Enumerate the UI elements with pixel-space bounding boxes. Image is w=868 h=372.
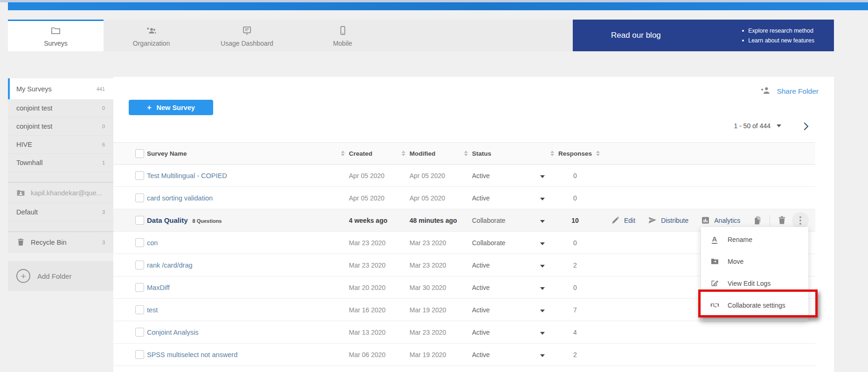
- row-checkbox[interactable]: [135, 261, 144, 269]
- sidebar-item-my-surveys[interactable]: My Surveys 441: [8, 78, 113, 99]
- survey-name-link[interactable]: SPSS multiselect not answerd: [147, 351, 237, 358]
- sort-icon[interactable]: [402, 151, 405, 156]
- content-card: My Surveys 441 conjoint test 0 conjoint …: [8, 77, 834, 372]
- edit-logs-icon: [709, 279, 720, 288]
- shared-folder-icon: [16, 188, 25, 197]
- status-dropdown-caret[interactable]: [540, 242, 545, 245]
- row-checkbox[interactable]: [135, 216, 144, 225]
- modified-cell: Mar 30 2020: [410, 284, 472, 291]
- responses-cell: 0: [556, 194, 594, 202]
- status-cell: Active: [472, 172, 540, 179]
- tab-surveys[interactable]: Surveys: [8, 20, 104, 51]
- analytics-button[interactable]: Analytics: [701, 216, 740, 225]
- table-row: Conjoint Analysis Mar 13 2020 Mar 23 202…: [113, 321, 815, 344]
- add-folder-button[interactable]: + Add Folder: [8, 261, 113, 291]
- survey-name-link[interactable]: test: [147, 306, 158, 314]
- sidebar-item-conjoint-test[interactable]: conjoint test 0: [8, 99, 113, 117]
- responses-cell: 0: [556, 284, 594, 291]
- next-page-button[interactable]: [800, 121, 812, 132]
- survey-name-link[interactable]: MaxDiff: [147, 284, 170, 291]
- menu-item-collaborate-settings[interactable]: Collaborate settings: [701, 294, 808, 316]
- status-dropdown-caret[interactable]: [540, 310, 545, 312]
- rename-icon: A: [709, 235, 720, 244]
- folder-label: Townhall: [16, 159, 97, 166]
- survey-name-link[interactable]: Conjoint Analysis: [147, 329, 198, 336]
- banner-bullet: Explore research method: [742, 28, 814, 34]
- question-count-badge: 8 Questions: [193, 218, 222, 224]
- status-dropdown-caret[interactable]: [540, 287, 545, 290]
- row-checkbox[interactable]: [135, 193, 144, 202]
- column-survey-name[interactable]: Survey Name: [147, 150, 187, 157]
- survey-name-link[interactable]: rank /card/drag: [147, 262, 193, 269]
- status-dropdown-caret[interactable]: [540, 198, 545, 200]
- sort-icon[interactable]: [341, 151, 345, 156]
- delete-survey-button[interactable]: [777, 215, 787, 225]
- modified-cell: Mar 23 2020: [410, 239, 472, 247]
- survey-name-link[interactable]: Data Quality: [147, 216, 188, 224]
- edit-button[interactable]: Edit: [611, 216, 635, 225]
- tab-mobile[interactable]: Mobile: [295, 20, 390, 51]
- status-dropdown-caret[interactable]: [540, 175, 545, 178]
- plane-icon: [648, 216, 657, 225]
- status-cell: Active: [472, 351, 540, 358]
- menu-item-rename[interactable]: A Rename: [701, 228, 808, 250]
- sidebar-item-recycle-bin[interactable]: Recycle Bin 3: [8, 232, 113, 253]
- sort-icon[interactable]: [550, 151, 554, 156]
- caret-down-icon: [777, 124, 781, 127]
- column-created[interactable]: Created: [349, 150, 372, 157]
- survey-name-link[interactable]: card sorting validation: [147, 194, 213, 202]
- folder-label: My Surveys: [16, 85, 91, 93]
- plus-circle-icon: +: [16, 269, 30, 283]
- status-dropdown-caret[interactable]: [540, 354, 545, 357]
- folder-count: 0: [102, 105, 105, 111]
- menu-item-view-edit-logs[interactable]: View Edit Logs: [701, 272, 808, 294]
- new-survey-button[interactable]: + New Survey: [129, 100, 213, 115]
- copy-survey-button[interactable]: [753, 215, 763, 225]
- row-checkbox[interactable]: [135, 350, 144, 359]
- sidebar-item-townhall[interactable]: Townhall 1: [8, 154, 113, 172]
- status-dropdown-caret[interactable]: [540, 220, 545, 223]
- row-checkbox[interactable]: [135, 305, 144, 314]
- survey-name-link[interactable]: con: [147, 239, 158, 247]
- sort-icon[interactable]: [464, 151, 468, 156]
- pagination-dropdown[interactable]: 1 - 50 of 444: [734, 122, 781, 130]
- menu-item-move[interactable]: Move: [701, 250, 808, 272]
- responses-cell: 2: [556, 262, 594, 269]
- column-modified[interactable]: Modified: [410, 150, 436, 157]
- sidebar-item-kapil-khandekar-que[interactable]: kapil.khandekar@que...: [8, 183, 113, 203]
- status-dropdown-caret[interactable]: [540, 332, 545, 335]
- read-our-blog-link[interactable]: Read our blog: [611, 31, 661, 40]
- sidebar-item-conjoint-test[interactable]: conjoint test 0: [8, 117, 113, 136]
- sort-icon[interactable]: [596, 151, 600, 156]
- responses-cell: 0: [556, 239, 594, 247]
- row-checkbox[interactable]: [135, 238, 144, 247]
- more-options-button[interactable]: [792, 212, 809, 229]
- sidebar-item-hive[interactable]: HIVE 6: [8, 136, 113, 154]
- distribute-button[interactable]: Distribute: [648, 216, 688, 225]
- app-window: Surveys Organization Usage Dashboard Mob…: [0, 0, 868, 372]
- sidebar-item-default[interactable]: Default 3: [8, 203, 113, 221]
- banner-bullet-list: Explore research methodLearn about new f…: [742, 28, 834, 44]
- created-cell: Apr 05 2020: [349, 194, 410, 202]
- mobile-icon: [337, 25, 348, 36]
- row-checkbox[interactable]: [135, 171, 144, 180]
- folder-label: conjoint test: [16, 104, 97, 112]
- table-header: Survey Name Created Modified Status Resp…: [113, 142, 815, 165]
- status-cell: Active: [472, 194, 540, 202]
- top-blue-bar: [8, 2, 868, 10]
- row-checkbox[interactable]: [135, 328, 144, 337]
- row-checkbox[interactable]: [135, 283, 144, 292]
- survey-name-link[interactable]: Test Multilingual - COPIED: [147, 172, 227, 179]
- status-cell: Active: [472, 284, 540, 291]
- select-all-checkbox[interactable]: [135, 149, 144, 158]
- share-folder-button[interactable]: Share Folder: [761, 85, 819, 97]
- tab-usage-dashboard[interactable]: Usage Dashboard: [199, 20, 295, 51]
- column-responses[interactable]: Responses: [558, 150, 592, 157]
- status-dropdown-caret[interactable]: [540, 265, 545, 268]
- folder-count: 1: [102, 160, 105, 165]
- share-folder-label: Share Folder: [777, 87, 819, 96]
- created-cell: Mar 23 2020: [349, 239, 410, 247]
- tab-organization[interactable]: Organization: [104, 20, 199, 51]
- folder-label: Recycle Bin: [31, 239, 97, 246]
- column-status[interactable]: Status: [472, 150, 491, 157]
